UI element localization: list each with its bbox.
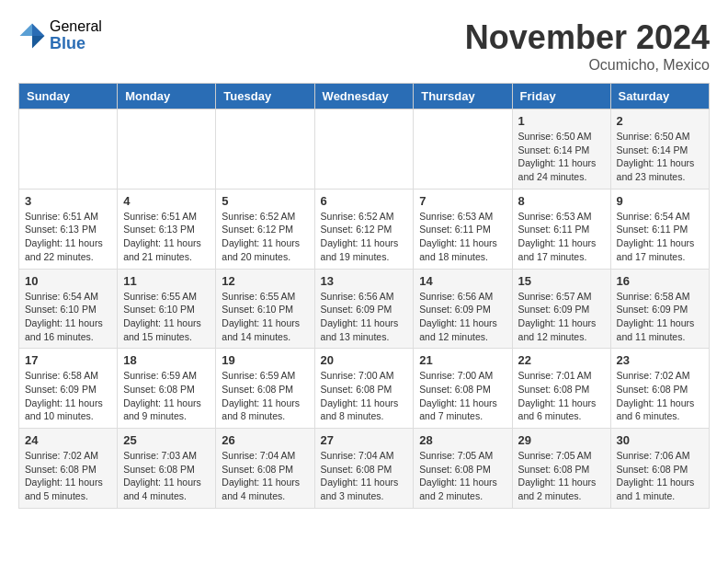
day-cell: 29Sunrise: 7:05 AMSunset: 6:08 PMDayligh…	[512, 429, 610, 509]
day-number: 1	[518, 114, 605, 128]
day-cell: 15Sunrise: 6:57 AMSunset: 6:09 PMDayligh…	[512, 269, 610, 349]
header-row: SundayMondayTuesdayWednesdayThursdayFrid…	[19, 84, 710, 109]
day-info: Sunrise: 6:59 AMSunset: 6:08 PMDaylight:…	[123, 369, 210, 423]
day-cell: 28Sunrise: 7:05 AMSunset: 6:08 PMDayligh…	[414, 429, 512, 509]
day-cell: 24Sunrise: 7:02 AMSunset: 6:08 PMDayligh…	[19, 429, 118, 509]
day-number: 6	[321, 194, 408, 208]
location: Ocumicho, Mexico	[465, 57, 710, 74]
day-cell	[314, 109, 414, 190]
day-info: Sunrise: 7:06 AMSunset: 6:08 PMDaylight:…	[617, 449, 703, 503]
day-number: 5	[222, 194, 308, 208]
day-info: Sunrise: 6:58 AMSunset: 6:09 PMDaylight:…	[617, 290, 703, 344]
day-info: Sunrise: 7:05 AMSunset: 6:08 PMDaylight:…	[419, 449, 506, 503]
day-number: 29	[518, 433, 605, 447]
day-number: 19	[222, 353, 308, 367]
day-info: Sunrise: 6:51 AMSunset: 6:13 PMDaylight:…	[123, 210, 210, 264]
day-info: Sunrise: 6:55 AMSunset: 6:10 PMDaylight:…	[123, 290, 210, 344]
day-info: Sunrise: 6:52 AMSunset: 6:12 PMDaylight:…	[222, 210, 308, 264]
day-cell: 19Sunrise: 6:59 AMSunset: 6:08 PMDayligh…	[216, 349, 314, 429]
week-row-3: 10Sunrise: 6:54 AMSunset: 6:10 PMDayligh…	[19, 269, 710, 349]
day-number: 8	[518, 194, 605, 208]
day-cell: 13Sunrise: 6:56 AMSunset: 6:09 PMDayligh…	[314, 269, 414, 349]
day-number: 17	[25, 353, 111, 367]
day-number: 3	[25, 194, 111, 208]
day-cell: 17Sunrise: 6:58 AMSunset: 6:09 PMDayligh…	[19, 349, 118, 429]
day-info: Sunrise: 7:04 AMSunset: 6:08 PMDaylight:…	[222, 449, 308, 503]
day-cell: 7Sunrise: 6:53 AMSunset: 6:11 PMDaylight…	[414, 189, 512, 269]
day-info: Sunrise: 7:04 AMSunset: 6:08 PMDaylight:…	[321, 449, 408, 503]
logo-icon	[18, 22, 46, 50]
day-cell: 1Sunrise: 6:50 AMSunset: 6:14 PMDaylight…	[512, 109, 610, 190]
day-info: Sunrise: 6:54 AMSunset: 6:11 PMDaylight:…	[617, 210, 703, 264]
logo-blue: Blue	[50, 35, 102, 53]
day-info: Sunrise: 6:50 AMSunset: 6:14 PMDaylight:…	[518, 130, 605, 184]
day-info: Sunrise: 6:56 AMSunset: 6:09 PMDaylight:…	[419, 290, 506, 344]
day-info: Sunrise: 7:02 AMSunset: 6:08 PMDaylight:…	[25, 449, 111, 503]
day-cell	[216, 109, 314, 190]
day-cell: 22Sunrise: 7:01 AMSunset: 6:08 PMDayligh…	[512, 349, 610, 429]
day-cell: 9Sunrise: 6:54 AMSunset: 6:11 PMDaylight…	[610, 189, 709, 269]
day-number: 27	[321, 433, 408, 447]
day-info: Sunrise: 6:58 AMSunset: 6:09 PMDaylight:…	[25, 369, 111, 423]
svg-marker-2	[32, 36, 45, 49]
day-info: Sunrise: 6:54 AMSunset: 6:10 PMDaylight:…	[25, 290, 111, 344]
svg-marker-1	[20, 23, 33, 36]
day-number: 13	[321, 274, 408, 288]
week-row-1: 1Sunrise: 6:50 AMSunset: 6:14 PMDaylight…	[19, 109, 710, 190]
day-cell: 11Sunrise: 6:55 AMSunset: 6:10 PMDayligh…	[118, 269, 216, 349]
day-number: 16	[617, 274, 703, 288]
week-row-5: 24Sunrise: 7:02 AMSunset: 6:08 PMDayligh…	[19, 429, 710, 509]
day-number: 21	[419, 353, 506, 367]
col-header-tuesday: Tuesday	[216, 84, 314, 109]
day-number: 22	[518, 353, 605, 367]
day-cell: 2Sunrise: 6:50 AMSunset: 6:14 PMDaylight…	[610, 109, 709, 190]
day-info: Sunrise: 7:02 AMSunset: 6:08 PMDaylight:…	[617, 369, 703, 423]
day-number: 12	[222, 274, 308, 288]
day-info: Sunrise: 6:53 AMSunset: 6:11 PMDaylight:…	[518, 210, 605, 264]
day-cell: 25Sunrise: 7:03 AMSunset: 6:08 PMDayligh…	[118, 429, 216, 509]
day-cell: 5Sunrise: 6:52 AMSunset: 6:12 PMDaylight…	[216, 189, 314, 269]
day-number: 24	[25, 433, 111, 447]
day-cell: 27Sunrise: 7:04 AMSunset: 6:08 PMDayligh…	[314, 429, 414, 509]
week-row-4: 17Sunrise: 6:58 AMSunset: 6:09 PMDayligh…	[19, 349, 710, 429]
col-header-monday: Monday	[118, 84, 216, 109]
day-cell: 3Sunrise: 6:51 AMSunset: 6:13 PMDaylight…	[19, 189, 118, 269]
day-info: Sunrise: 7:03 AMSunset: 6:08 PMDaylight:…	[123, 449, 210, 503]
day-cell: 21Sunrise: 7:00 AMSunset: 6:08 PMDayligh…	[414, 349, 512, 429]
month-title: November 2024	[465, 18, 710, 57]
day-number: 9	[617, 194, 703, 208]
day-number: 23	[617, 353, 703, 367]
day-cell: 4Sunrise: 6:51 AMSunset: 6:13 PMDaylight…	[118, 189, 216, 269]
day-number: 2	[617, 114, 703, 128]
day-number: 7	[419, 194, 506, 208]
day-cell: 10Sunrise: 6:54 AMSunset: 6:10 PMDayligh…	[19, 269, 118, 349]
col-header-sunday: Sunday	[19, 84, 118, 109]
col-header-friday: Friday	[512, 84, 610, 109]
logo-text: General Blue	[50, 18, 102, 52]
day-number: 14	[419, 274, 506, 288]
svg-marker-0	[32, 23, 45, 36]
day-info: Sunrise: 6:53 AMSunset: 6:11 PMDaylight:…	[419, 210, 506, 264]
day-cell: 26Sunrise: 7:04 AMSunset: 6:08 PMDayligh…	[216, 429, 314, 509]
day-info: Sunrise: 6:59 AMSunset: 6:08 PMDaylight:…	[222, 369, 308, 423]
day-cell: 12Sunrise: 6:55 AMSunset: 6:10 PMDayligh…	[216, 269, 314, 349]
title-block: November 2024 Ocumicho, Mexico	[465, 18, 710, 74]
day-cell: 16Sunrise: 6:58 AMSunset: 6:09 PMDayligh…	[610, 269, 709, 349]
day-info: Sunrise: 6:56 AMSunset: 6:09 PMDaylight:…	[321, 290, 408, 344]
col-header-thursday: Thursday	[414, 84, 512, 109]
col-header-saturday: Saturday	[610, 84, 709, 109]
day-info: Sunrise: 7:00 AMSunset: 6:08 PMDaylight:…	[321, 369, 408, 423]
day-info: Sunrise: 7:00 AMSunset: 6:08 PMDaylight:…	[419, 369, 506, 423]
day-info: Sunrise: 6:50 AMSunset: 6:14 PMDaylight:…	[617, 130, 703, 184]
day-cell: 6Sunrise: 6:52 AMSunset: 6:12 PMDaylight…	[314, 189, 414, 269]
day-number: 10	[25, 274, 111, 288]
day-number: 11	[123, 274, 210, 288]
day-number: 20	[321, 353, 408, 367]
day-cell	[414, 109, 512, 190]
page-header: General Blue November 2024 Ocumicho, Mex…	[18, 18, 710, 74]
day-cell: 14Sunrise: 6:56 AMSunset: 6:09 PMDayligh…	[414, 269, 512, 349]
week-row-2: 3Sunrise: 6:51 AMSunset: 6:13 PMDaylight…	[19, 189, 710, 269]
day-number: 15	[518, 274, 605, 288]
day-info: Sunrise: 7:01 AMSunset: 6:08 PMDaylight:…	[518, 369, 605, 423]
logo: General Blue	[18, 18, 102, 52]
